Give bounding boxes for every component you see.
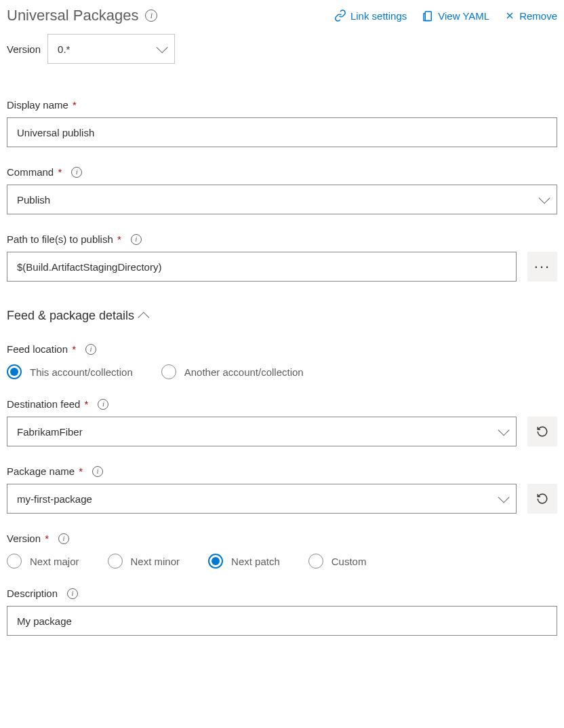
radio-icon	[161, 364, 176, 379]
required-mark: *	[85, 398, 89, 410]
radio-label: Custom	[331, 556, 367, 567]
radio-custom[interactable]: Custom	[308, 554, 367, 569]
header-actions: Link settings View YAML Remove	[334, 9, 557, 22]
command-label: Command	[7, 166, 54, 178]
required-mark: *	[117, 233, 121, 245]
command-select[interactable]: Publish	[7, 185, 557, 214]
command-label-row: Command * i	[7, 166, 557, 178]
link-settings-button[interactable]: Link settings	[334, 9, 407, 22]
remove-label: Remove	[519, 10, 557, 22]
feed-location-group: Feed location * i This account/collectio…	[7, 343, 557, 379]
package-name-label: Package name	[7, 465, 75, 477]
display-name-label: Display name	[7, 99, 68, 111]
version-field-label: Version	[7, 533, 41, 544]
path-label-row: Path to file(s) to publish * i	[7, 233, 557, 245]
description-group: Description i	[7, 588, 557, 636]
display-name-input[interactable]	[7, 117, 557, 147]
radio-another-account[interactable]: Another account/collection	[161, 364, 304, 379]
chevron-down-icon	[539, 192, 550, 204]
browse-button[interactable]: ···	[527, 252, 557, 282]
version-field-group: Version * i Next major Next minor Next p…	[7, 533, 557, 569]
chevron-up-icon	[138, 311, 150, 323]
command-value: Publish	[17, 194, 50, 206]
section-title: Feed & package details	[7, 309, 134, 323]
info-icon[interactable]: i	[58, 533, 69, 544]
destination-feed-group: Destination feed * i FabrikamFiber	[7, 398, 557, 446]
feed-location-label-row: Feed location * i	[7, 343, 557, 355]
header-left: Universal Packages i	[7, 7, 157, 24]
path-input[interactable]	[7, 252, 517, 282]
chevron-down-icon	[498, 424, 510, 436]
chevron-down-icon	[157, 41, 168, 53]
package-name-label-row: Package name * i	[7, 465, 557, 477]
view-yaml-button[interactable]: View YAML	[422, 9, 489, 22]
package-name-select[interactable]: my-first-package	[7, 484, 517, 514]
required-mark: *	[72, 343, 76, 355]
package-name-row: my-first-package	[7, 484, 557, 514]
description-label: Description	[7, 588, 58, 599]
required-mark: *	[58, 166, 62, 178]
path-input-row: ···	[7, 252, 557, 282]
clipboard-icon	[422, 9, 434, 22]
version-radios: Next major Next minor Next patch Custom	[7, 554, 557, 569]
destination-feed-label: Destination feed	[7, 398, 80, 410]
destination-feed-label-row: Destination feed * i	[7, 398, 557, 410]
version-row: Version 0.*	[7, 34, 557, 64]
radio-icon	[7, 554, 22, 569]
command-group: Command * i Publish	[7, 166, 557, 214]
section-header[interactable]: Feed & package details	[7, 302, 557, 323]
required-mark: *	[79, 465, 83, 477]
info-icon[interactable]: i	[145, 9, 157, 22]
info-icon[interactable]: i	[71, 167, 82, 178]
info-icon[interactable]: i	[67, 588, 78, 599]
svg-rect-0	[426, 12, 432, 21]
required-mark: *	[45, 533, 49, 544]
package-name-value: my-first-package	[17, 493, 92, 505]
info-icon[interactable]: i	[92, 466, 103, 477]
version-label: Version	[7, 43, 41, 55]
description-label-row: Description i	[7, 588, 557, 599]
radio-next-patch[interactable]: Next patch	[208, 554, 280, 569]
version-value: 0.*	[58, 43, 70, 55]
radio-label: Next minor	[131, 556, 180, 567]
destination-feed-row: FabrikamFiber	[7, 417, 557, 446]
remove-button[interactable]: Remove	[504, 10, 557, 22]
display-name-group: Display name *	[7, 99, 557, 147]
link-settings-label: Link settings	[350, 10, 407, 22]
path-label: Path to file(s) to publish	[7, 233, 113, 245]
chevron-down-icon	[498, 491, 510, 503]
radio-label: Another account/collection	[184, 366, 304, 378]
link-icon	[334, 9, 346, 22]
feed-location-radios: This account/collection Another account/…	[7, 364, 557, 379]
radio-this-account[interactable]: This account/collection	[7, 364, 133, 379]
info-icon[interactable]: i	[131, 234, 142, 245]
radio-label: Next major	[30, 556, 79, 567]
refresh-feed-button[interactable]	[527, 417, 557, 446]
task-header: Universal Packages i Link settings View …	[7, 7, 557, 24]
info-icon[interactable]: i	[85, 344, 96, 355]
package-name-group: Package name * i my-first-package	[7, 465, 557, 514]
radio-label: This account/collection	[30, 366, 133, 378]
info-icon[interactable]: i	[98, 399, 108, 410]
path-group: Path to file(s) to publish * i ···	[7, 233, 557, 282]
radio-next-minor[interactable]: Next minor	[108, 554, 180, 569]
destination-feed-select[interactable]: FabrikamFiber	[7, 417, 517, 446]
description-input[interactable]	[7, 606, 557, 636]
display-name-label-row: Display name *	[7, 99, 557, 111]
version-select[interactable]: 0.*	[47, 34, 175, 64]
feed-location-label: Feed location	[7, 343, 68, 355]
refresh-icon	[536, 493, 548, 505]
radio-next-major[interactable]: Next major	[7, 554, 79, 569]
radio-label: Next patch	[231, 556, 280, 567]
task-title: Universal Packages	[7, 7, 138, 24]
view-yaml-label: View YAML	[438, 10, 489, 22]
destination-feed-value: FabrikamFiber	[17, 426, 83, 438]
refresh-icon	[536, 425, 548, 438]
radio-icon	[7, 364, 22, 379]
radio-icon	[308, 554, 323, 569]
required-mark: *	[73, 99, 77, 111]
close-icon	[504, 10, 515, 21]
radio-icon	[208, 554, 223, 569]
radio-icon	[108, 554, 123, 569]
refresh-package-button[interactable]	[527, 484, 557, 514]
